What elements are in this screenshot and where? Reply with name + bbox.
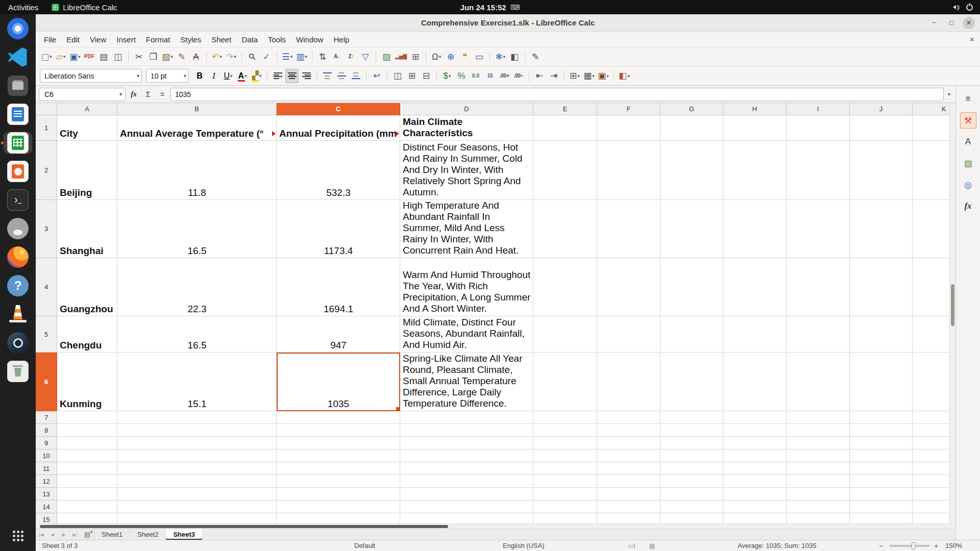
borders-button[interactable]: ⊞▾ <box>568 69 581 83</box>
insert-sheet-button[interactable]: ▤+ <box>81 529 94 540</box>
function-wizard-button[interactable]: fx <box>128 90 140 98</box>
cell-A12[interactable] <box>57 475 117 488</box>
headers-footers-button[interactable]: ▭ <box>473 49 486 64</box>
cell-C8[interactable] <box>277 424 400 437</box>
close-document-icon[interactable]: ✕ <box>969 36 975 43</box>
row-header-13[interactable]: 13 <box>36 488 57 500</box>
zoom-slider[interactable] <box>889 545 930 547</box>
font-name-dropdown-icon[interactable]: ▾ <box>134 73 139 79</box>
sheet-tab-sheet1[interactable]: Sheet1 <box>94 529 130 540</box>
border-style-dropdown-arrow[interactable]: ▾ <box>592 73 595 79</box>
cell-C1[interactable]: Annual Precipitation (mm <box>277 115 400 141</box>
cell-K8[interactable] <box>913 424 949 437</box>
row-header-12[interactable]: 12 <box>36 475 57 488</box>
cell-K11[interactable] <box>913 462 949 475</box>
cell-F1[interactable] <box>597 115 660 141</box>
cell-D11[interactable] <box>400 462 533 475</box>
cell-E3[interactable] <box>533 200 597 258</box>
cell-E10[interactable] <box>533 449 597 462</box>
open-dropdown-arrow[interactable]: ▾ <box>63 54 66 59</box>
copy-button[interactable]: ❐ <box>146 49 160 64</box>
conditional-formatting-button[interactable]: ◧▾ <box>618 69 631 83</box>
dock-vlc[interactable] <box>4 303 32 325</box>
clone-formatting-button[interactable]: ✎ <box>175 49 188 64</box>
cell-F7[interactable] <box>597 411 660 424</box>
dock-trash[interactable] <box>4 360 32 383</box>
conditional-formatting-dropdown-arrow[interactable]: ▾ <box>627 73 630 79</box>
cell-D1[interactable]: Main Climate Characteristics <box>400 115 533 141</box>
cell-J10[interactable] <box>850 449 913 462</box>
dock-help[interactable] <box>4 274 32 297</box>
cell-A2[interactable]: Beijing <box>57 141 117 200</box>
cell-J7[interactable] <box>850 411 913 424</box>
column-header-A[interactable]: A <box>57 103 117 115</box>
cell-D6[interactable]: Spring-Like Climate All Year Round, Plea… <box>400 353 533 411</box>
cell-G3[interactable] <box>660 200 723 258</box>
cell-K12[interactable] <box>913 475 949 488</box>
dock-terminal[interactable] <box>4 189 32 211</box>
selection-statistics[interactable]: Average: 1035; Sum: 1035 <box>738 540 816 551</box>
row-header-7[interactable]: 7 <box>36 411 57 424</box>
sort-ascending-button[interactable]: A↓ <box>330 49 344 64</box>
cell-E12[interactable] <box>533 475 597 488</box>
cell-I8[interactable] <box>787 424 850 437</box>
autofilter-button[interactable]: ▽ <box>359 49 372 64</box>
align-right-button[interactable] <box>300 69 313 83</box>
functions-icon[interactable]: fx <box>960 198 976 214</box>
paste-button[interactable]: ▧▾ <box>161 49 174 64</box>
cell-G8[interactable] <box>660 424 723 437</box>
row-header-6[interactable]: 6 <box>36 353 57 411</box>
sheet-position[interactable]: Sheet 3 of 3 <box>42 540 78 551</box>
cell-K9[interactable] <box>913 437 949 449</box>
cell-C10[interactable] <box>277 449 400 462</box>
hyperlink-button[interactable]: ⊕ <box>444 49 457 64</box>
insert-image-button[interactable]: ▨ <box>380 49 393 64</box>
borders-dropdown-arrow[interactable]: ▾ <box>577 73 580 79</box>
column-header-C[interactable]: C <box>277 103 400 115</box>
dock-steam[interactable] <box>4 332 32 354</box>
cell-B13[interactable] <box>117 488 277 500</box>
cell-F11[interactable] <box>597 462 660 475</box>
row-header-14[interactable]: 14 <box>36 500 57 513</box>
menu-help[interactable]: Help <box>328 34 354 45</box>
formula-input[interactable]: 1035 <box>170 88 944 101</box>
cell-E11[interactable] <box>533 462 597 475</box>
cell-D3[interactable]: High Temperature And Abundant Rainfall I… <box>400 200 533 258</box>
vertical-scrollbar[interactable] <box>949 103 955 523</box>
cell-E14[interactable] <box>533 500 597 513</box>
cell-A10[interactable] <box>57 449 117 462</box>
cell-G6[interactable] <box>660 353 723 411</box>
row-header-8[interactable]: 8 <box>36 424 57 437</box>
cell-A7[interactable] <box>57 411 117 424</box>
zoom-out-button[interactable]: − <box>879 540 883 551</box>
align-top-button[interactable] <box>321 69 334 83</box>
name-box-dropdown-icon[interactable]: ▾ <box>116 91 125 97</box>
cell-E4[interactable] <box>533 258 597 316</box>
activities-button[interactable]: Activities <box>0 3 46 12</box>
dock-gimp[interactable] <box>4 217 32 240</box>
cell-D14[interactable] <box>400 500 533 513</box>
align-bottom-button[interactable] <box>349 69 362 83</box>
cell-G10[interactable] <box>660 449 723 462</box>
cell-B1[interactable]: Annual Average Temperature (° <box>117 115 277 141</box>
cell-J4[interactable] <box>850 258 913 316</box>
cell-E6[interactable] <box>533 353 597 411</box>
horizontal-scrollbar[interactable] <box>36 523 955 529</box>
cell-G5[interactable] <box>660 316 723 353</box>
cell-F13[interactable] <box>597 488 660 500</box>
find-replace-button[interactable]: ⚲ <box>246 49 259 64</box>
highlighting-color-button[interactable]: ▞▾ <box>250 69 263 83</box>
cell-A6[interactable]: Kunming <box>57 353 117 411</box>
cell-E15[interactable] <box>533 513 597 523</box>
sidebar-settings-icon[interactable]: ≡ <box>960 91 976 107</box>
cell-J5[interactable] <box>850 316 913 353</box>
cell-F5[interactable] <box>597 316 660 353</box>
page-style[interactable]: Default <box>354 540 375 551</box>
row-header-4[interactable]: 4 <box>36 258 57 316</box>
column-header-G[interactable]: G <box>660 103 723 115</box>
cell-I11[interactable] <box>787 462 850 475</box>
cell-H6[interactable] <box>723 353 787 411</box>
column-button[interactable]: ▥▾ <box>295 49 308 64</box>
menu-tools[interactable]: Tools <box>263 34 291 45</box>
cell-B7[interactable] <box>117 411 277 424</box>
